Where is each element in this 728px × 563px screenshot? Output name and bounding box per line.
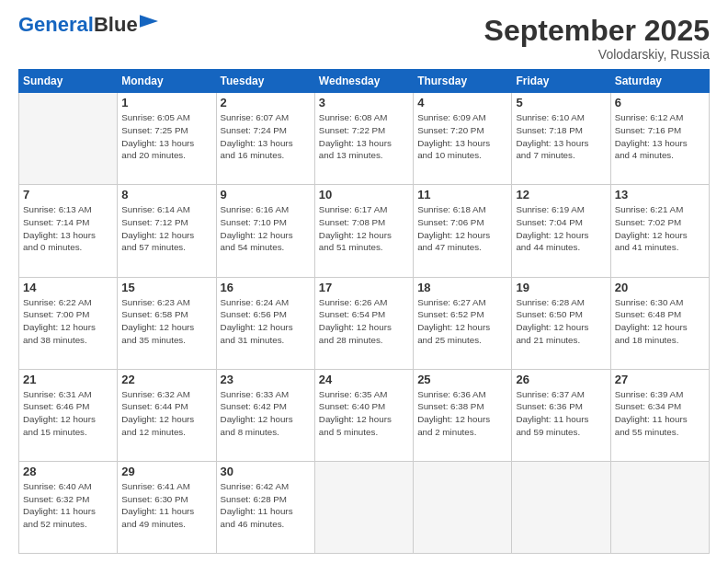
day-number: 8	[121, 188, 211, 201]
calendar-cell: 26Sunrise: 6:37 AM Sunset: 6:36 PM Dayli…	[512, 369, 610, 461]
day-number: 2	[221, 96, 311, 109]
day-info: Sunrise: 6:22 AM Sunset: 7:00 PM Dayligh…	[23, 296, 113, 347]
calendar-cell: 7Sunrise: 6:13 AM Sunset: 7:14 PM Daylig…	[19, 185, 118, 277]
day-number: 13	[615, 188, 705, 201]
day-number: 7	[23, 188, 113, 201]
day-number: 22	[121, 373, 211, 386]
day-info: Sunrise: 6:42 AM Sunset: 6:28 PM Dayligh…	[221, 480, 311, 531]
week-row-1: 1Sunrise: 6:05 AM Sunset: 7:25 PM Daylig…	[19, 93, 710, 185]
day-info: Sunrise: 6:09 AM Sunset: 7:20 PM Dayligh…	[417, 111, 507, 162]
day-info: Sunrise: 6:16 AM Sunset: 7:10 PM Dayligh…	[221, 203, 311, 254]
logo-blue: Blue	[94, 13, 138, 36]
day-number: 4	[417, 96, 507, 109]
calendar-cell: 16Sunrise: 6:24 AM Sunset: 6:56 PM Dayli…	[216, 277, 314, 369]
day-number: 16	[221, 281, 311, 294]
day-info: Sunrise: 6:37 AM Sunset: 6:36 PM Dayligh…	[516, 388, 606, 439]
day-number: 9	[221, 188, 311, 201]
day-info: Sunrise: 6:36 AM Sunset: 6:38 PM Dayligh…	[417, 388, 507, 439]
day-number: 26	[516, 373, 606, 386]
calendar-cell: 5Sunrise: 6:10 AM Sunset: 7:18 PM Daylig…	[512, 93, 610, 185]
logo-text: GeneralBlue	[18, 15, 138, 35]
day-number: 18	[417, 281, 507, 294]
page: GeneralBlue September 2025 Volodarskiy, …	[0, 0, 728, 563]
calendar-cell: 22Sunrise: 6:32 AM Sunset: 6:44 PM Dayli…	[118, 369, 216, 461]
calendar-cell: 1Sunrise: 6:05 AM Sunset: 7:25 PM Daylig…	[118, 93, 216, 185]
day-number: 1	[121, 96, 211, 109]
calendar-cell: 8Sunrise: 6:14 AM Sunset: 7:12 PM Daylig…	[118, 185, 216, 277]
calendar-cell: 13Sunrise: 6:21 AM Sunset: 7:02 PM Dayli…	[610, 185, 709, 277]
day-number: 15	[121, 281, 211, 294]
weekday-header-thursday: Thursday	[414, 70, 512, 93]
week-row-5: 28Sunrise: 6:40 AM Sunset: 6:32 PM Dayli…	[19, 461, 710, 553]
calendar-cell: 25Sunrise: 6:36 AM Sunset: 6:38 PM Dayli…	[414, 369, 512, 461]
day-info: Sunrise: 6:17 AM Sunset: 7:08 PM Dayligh…	[319, 203, 409, 254]
calendar-cell: 20Sunrise: 6:30 AM Sunset: 6:48 PM Dayli…	[610, 277, 709, 369]
calendar-cell: 6Sunrise: 6:12 AM Sunset: 7:16 PM Daylig…	[610, 93, 709, 185]
calendar-table: SundayMondayTuesdayWednesdayThursdayFrid…	[18, 69, 710, 554]
calendar-cell	[610, 461, 709, 553]
day-number: 20	[615, 281, 705, 294]
logo-general: General	[18, 13, 94, 36]
day-info: Sunrise: 6:26 AM Sunset: 6:54 PM Dayligh…	[319, 296, 409, 347]
calendar-cell	[512, 461, 610, 553]
week-row-2: 7Sunrise: 6:13 AM Sunset: 7:14 PM Daylig…	[19, 185, 710, 277]
day-number: 14	[23, 281, 113, 294]
day-number: 10	[319, 188, 409, 201]
calendar-cell	[314, 461, 413, 553]
day-info: Sunrise: 6:18 AM Sunset: 7:06 PM Dayligh…	[417, 203, 507, 254]
calendar-cell: 21Sunrise: 6:31 AM Sunset: 6:46 PM Dayli…	[19, 369, 118, 461]
calendar-cell: 27Sunrise: 6:39 AM Sunset: 6:34 PM Dayli…	[610, 369, 709, 461]
day-info: Sunrise: 6:19 AM Sunset: 7:04 PM Dayligh…	[516, 203, 606, 254]
weekday-header-monday: Monday	[118, 70, 216, 93]
week-row-4: 21Sunrise: 6:31 AM Sunset: 6:46 PM Dayli…	[19, 369, 710, 461]
day-number: 12	[516, 188, 606, 201]
weekday-header-friday: Friday	[512, 70, 610, 93]
calendar-cell	[414, 461, 512, 553]
day-info: Sunrise: 6:27 AM Sunset: 6:52 PM Dayligh…	[417, 296, 507, 347]
calendar-cell: 18Sunrise: 6:27 AM Sunset: 6:52 PM Dayli…	[414, 277, 512, 369]
logo: GeneralBlue	[18, 15, 158, 35]
day-info: Sunrise: 6:35 AM Sunset: 6:40 PM Dayligh…	[319, 388, 409, 439]
calendar-cell: 15Sunrise: 6:23 AM Sunset: 6:58 PM Dayli…	[118, 277, 216, 369]
day-info: Sunrise: 6:23 AM Sunset: 6:58 PM Dayligh…	[121, 296, 211, 347]
calendar-cell	[19, 93, 118, 185]
svg-marker-0	[140, 15, 158, 27]
day-number: 29	[121, 465, 211, 478]
day-info: Sunrise: 6:21 AM Sunset: 7:02 PM Dayligh…	[615, 203, 705, 254]
calendar-cell: 2Sunrise: 6:07 AM Sunset: 7:24 PM Daylig…	[216, 93, 314, 185]
calendar-cell: 12Sunrise: 6:19 AM Sunset: 7:04 PM Dayli…	[512, 185, 610, 277]
day-number: 28	[23, 465, 113, 478]
day-info: Sunrise: 6:39 AM Sunset: 6:34 PM Dayligh…	[615, 388, 705, 439]
day-info: Sunrise: 6:28 AM Sunset: 6:50 PM Dayligh…	[516, 296, 606, 347]
day-number: 25	[417, 373, 507, 386]
calendar-cell: 28Sunrise: 6:40 AM Sunset: 6:32 PM Dayli…	[19, 461, 118, 553]
location: Volodarskiy, Russia	[484, 47, 710, 62]
day-info: Sunrise: 6:12 AM Sunset: 7:16 PM Dayligh…	[615, 111, 705, 162]
calendar-cell: 19Sunrise: 6:28 AM Sunset: 6:50 PM Dayli…	[512, 277, 610, 369]
day-info: Sunrise: 6:30 AM Sunset: 6:48 PM Dayligh…	[615, 296, 705, 347]
week-row-3: 14Sunrise: 6:22 AM Sunset: 7:00 PM Dayli…	[19, 277, 710, 369]
weekday-header-row: SundayMondayTuesdayWednesdayThursdayFrid…	[19, 70, 710, 93]
calendar-cell: 29Sunrise: 6:41 AM Sunset: 6:30 PM Dayli…	[118, 461, 216, 553]
calendar-cell: 14Sunrise: 6:22 AM Sunset: 7:00 PM Dayli…	[19, 277, 118, 369]
day-number: 19	[516, 281, 606, 294]
day-number: 23	[221, 373, 311, 386]
calendar-cell: 4Sunrise: 6:09 AM Sunset: 7:20 PM Daylig…	[414, 93, 512, 185]
day-info: Sunrise: 6:10 AM Sunset: 7:18 PM Dayligh…	[516, 111, 606, 162]
weekday-header-saturday: Saturday	[610, 70, 709, 93]
day-info: Sunrise: 6:41 AM Sunset: 6:30 PM Dayligh…	[121, 480, 211, 531]
calendar-cell: 23Sunrise: 6:33 AM Sunset: 6:42 PM Dayli…	[216, 369, 314, 461]
calendar-cell: 11Sunrise: 6:18 AM Sunset: 7:06 PM Dayli…	[414, 185, 512, 277]
day-number: 21	[23, 373, 113, 386]
calendar-cell: 17Sunrise: 6:26 AM Sunset: 6:54 PM Dayli…	[314, 277, 413, 369]
day-number: 30	[221, 465, 311, 478]
day-info: Sunrise: 6:07 AM Sunset: 7:24 PM Dayligh…	[221, 111, 311, 162]
day-number: 3	[319, 96, 409, 109]
calendar-cell: 9Sunrise: 6:16 AM Sunset: 7:10 PM Daylig…	[216, 185, 314, 277]
day-info: Sunrise: 6:13 AM Sunset: 7:14 PM Dayligh…	[23, 203, 113, 254]
header: GeneralBlue September 2025 Volodarskiy, …	[18, 15, 710, 62]
day-info: Sunrise: 6:14 AM Sunset: 7:12 PM Dayligh…	[121, 203, 211, 254]
calendar-cell: 3Sunrise: 6:08 AM Sunset: 7:22 PM Daylig…	[314, 93, 413, 185]
title-block: September 2025 Volodarskiy, Russia	[484, 15, 710, 62]
day-info: Sunrise: 6:31 AM Sunset: 6:46 PM Dayligh…	[23, 388, 113, 439]
